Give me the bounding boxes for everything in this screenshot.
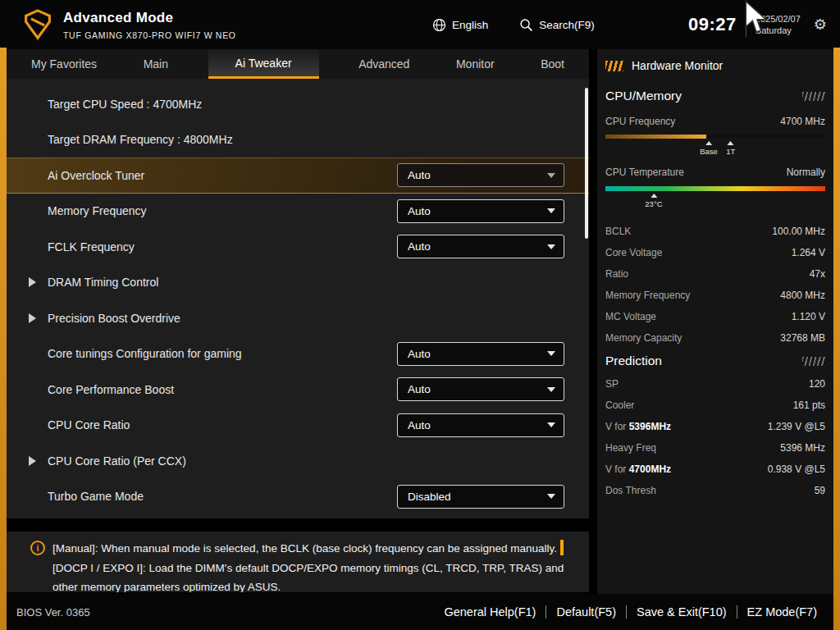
row-cpu-core-ratio[interactable]: CPU Core Ratio Auto bbox=[7, 408, 589, 444]
row-dram-timing-control[interactable]: DRAM Timing Control bbox=[7, 265, 589, 301]
brand: Advanced Mode TUF GAMING X870-PRO WIFI7 … bbox=[0, 8, 236, 41]
settings-panel: Target CPU Speed : 4700MHz Target DRAM F… bbox=[7, 79, 589, 518]
prediction-stats: SP 120 Cooler 161 pts V for 5396MHz 1.23… bbox=[605, 373, 825, 501]
language-label: English bbox=[452, 19, 488, 31]
core-performance-boost-dropdown[interactable]: Auto bbox=[397, 377, 564, 401]
cpu-temperature-value: Normally bbox=[787, 167, 825, 178]
row-memory-frequency[interactable]: Memory Frequency Auto bbox=[7, 194, 589, 230]
search-button[interactable]: Search(F9) bbox=[519, 18, 595, 32]
stat-row: Core Voltage 1.264 V bbox=[605, 242, 825, 263]
setting-label: Core tunings Configuration for gaming bbox=[48, 347, 242, 360]
language-button[interactable]: English bbox=[432, 18, 488, 32]
general-help-button[interactable]: General Help(F1) bbox=[434, 605, 546, 619]
mode-title: Advanced Mode bbox=[63, 10, 236, 26]
cpu-frequency-value: 4700 MHz bbox=[780, 116, 825, 127]
save-exit-button[interactable]: Save & Exit(F10) bbox=[627, 605, 737, 619]
marker-triangle-icon bbox=[728, 141, 734, 145]
prediction-section-title: Prediction bbox=[605, 354, 662, 368]
hatch-icon bbox=[605, 61, 623, 71]
help-box: i [Manual]: When manual mode is selected… bbox=[7, 532, 589, 592]
help-line: [Manual]: When manual mode is selected, … bbox=[52, 539, 578, 559]
tab-my-favorites[interactable]: My Favorites bbox=[25, 49, 103, 79]
tuf-logo-icon bbox=[23, 8, 52, 41]
setting-label: DRAM Timing Control bbox=[48, 276, 158, 289]
temp-marker: 23°C bbox=[645, 191, 662, 208]
stat-row: BCLK 100.00 MHz bbox=[605, 221, 825, 242]
dropdown-value: Auto bbox=[408, 419, 431, 431]
default-button[interactable]: Default(F5) bbox=[546, 605, 626, 619]
tab-advanced[interactable]: Advanced bbox=[352, 49, 416, 79]
bios-version: BIOS Ver. 0365 bbox=[16, 606, 90, 619]
chevron-down-icon bbox=[547, 422, 555, 427]
gauge-marker-1t: 1T bbox=[726, 139, 735, 156]
clock-time: 09:27 bbox=[688, 14, 737, 35]
memory-frequency-dropdown[interactable]: Auto bbox=[397, 199, 564, 223]
chevron-down-icon bbox=[547, 208, 555, 213]
turbo-game-mode-dropdown[interactable]: Disabled bbox=[397, 485, 564, 509]
hatch-decoration-icon bbox=[802, 357, 825, 366]
stat-row: V for 4700MHz 0.938 V @L5 bbox=[605, 459, 825, 480]
chevron-down-icon bbox=[547, 351, 555, 356]
tab-boot[interactable]: Boot bbox=[534, 49, 571, 79]
help-line: [DOCP I / EXPO I]: Load the DIMM's defau… bbox=[52, 559, 578, 578]
row-precision-boost-overdrive[interactable]: Precision Boost Overdrive bbox=[7, 300, 589, 336]
dropdown-value: Auto bbox=[408, 348, 431, 360]
hardware-monitor-title: Hardware Monitor bbox=[632, 59, 723, 72]
frame-left bbox=[0, 48, 7, 630]
fclk-frequency-dropdown[interactable]: Auto bbox=[397, 235, 564, 258]
row-core-performance-boost[interactable]: Core Performance Boost Auto bbox=[7, 372, 589, 408]
setting-label: Precision Boost Overdrive bbox=[48, 312, 180, 325]
hardware-monitor-panel: Hardware Monitor CPU/Memory CPU Frequenc… bbox=[597, 49, 833, 594]
setting-label: Memory Frequency bbox=[48, 204, 147, 217]
row-turbo-game-mode[interactable]: Turbo Game Mode Disabled bbox=[7, 479, 589, 515]
chevron-down-icon bbox=[547, 494, 555, 499]
expand-arrow-icon bbox=[29, 277, 36, 287]
mouse-cursor bbox=[742, 0, 769, 39]
row-fclk-frequency[interactable]: FCLK Frequency Auto bbox=[7, 229, 589, 265]
dropdown-value: Auto bbox=[408, 205, 431, 217]
topbar: Advanced Mode TUF GAMING X870-PRO WIFI7 … bbox=[0, 0, 840, 49]
core-tunings-dropdown[interactable]: Auto bbox=[397, 342, 564, 366]
main-nav: My Favorites Main Ai Tweaker Advanced Mo… bbox=[7, 49, 589, 79]
dropdown-value: Auto bbox=[408, 240, 431, 253]
magnifier-icon bbox=[519, 18, 533, 32]
stat-row: V for 5396MHz 1.239 V @L5 bbox=[605, 416, 825, 437]
stat-row: SP 120 bbox=[605, 373, 825, 395]
help-line: other memory parameters optimized by ASU… bbox=[52, 578, 578, 592]
tab-ai-tweaker[interactable]: Ai Tweaker bbox=[208, 49, 319, 79]
cpu-frequency-label: CPU Frequency bbox=[605, 116, 675, 127]
cpu-memory-section-title: CPU/Memory bbox=[605, 89, 682, 103]
stat-row: MC Voltage 1.120 V bbox=[605, 306, 825, 327]
expand-arrow-icon bbox=[29, 313, 36, 323]
hardware-stats: BCLK 100.00 MHz Core Voltage 1.264 V Rat… bbox=[605, 221, 825, 349]
setting-label: Ai Overclock Tuner bbox=[48, 169, 144, 182]
row-cpu-core-ratio-per-ccx[interactable]: CPU Core Ratio (Per CCX) bbox=[7, 443, 589, 479]
gear-icon[interactable]: ⚙ bbox=[814, 16, 827, 34]
hatch-decoration-icon bbox=[802, 92, 825, 101]
expand-arrow-icon bbox=[29, 456, 36, 466]
board-name: TUF GAMING X870-PRO WIFI7 W NEO bbox=[63, 30, 236, 40]
row-ai-overclock-tuner[interactable]: Ai Overclock Tuner Auto bbox=[7, 158, 589, 194]
dropdown-value: Auto bbox=[408, 383, 431, 395]
ai-overclock-tuner-dropdown[interactable]: Auto bbox=[397, 163, 564, 187]
row-core-tunings[interactable]: Core tunings Configuration for gaming Au… bbox=[7, 336, 589, 372]
setting-label: CPU Core Ratio bbox=[48, 418, 130, 431]
info-row-target-dram-frequency: Target DRAM Frequency : 4800MHz bbox=[7, 122, 589, 158]
footer: BIOS Ver. 0365 General Help(F1) Default(… bbox=[7, 594, 833, 630]
ez-mode-button[interactable]: EZ Mode(F7) bbox=[737, 605, 827, 619]
setting-label: CPU Core Ratio (Per CCX) bbox=[48, 454, 186, 468]
tab-main[interactable]: Main bbox=[137, 49, 175, 79]
scrollbar-thumb[interactable] bbox=[585, 88, 588, 239]
stat-row: Dos Thresh 59 bbox=[605, 480, 825, 501]
chevron-down-icon bbox=[547, 173, 555, 178]
dropdown-value: Disabled bbox=[408, 491, 451, 503]
cpu-temperature-label: CPU Temperature bbox=[605, 167, 684, 178]
marker-triangle-icon bbox=[705, 141, 712, 145]
setting-label: Core Performance Boost bbox=[48, 383, 174, 396]
stat-row: Ratio 47x bbox=[605, 263, 825, 285]
gauge-marker-base: Base bbox=[700, 139, 718, 156]
setting-label: Turbo Game Mode bbox=[48, 490, 144, 503]
cpu-core-ratio-dropdown[interactable]: Auto bbox=[397, 413, 564, 437]
search-label: Search(F9) bbox=[539, 19, 595, 31]
tab-monitor[interactable]: Monitor bbox=[450, 49, 501, 79]
